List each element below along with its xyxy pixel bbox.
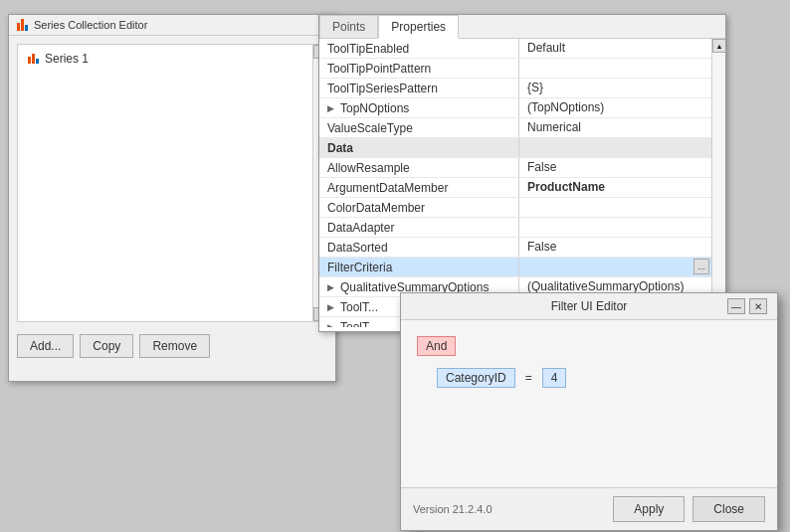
series-editor-title: Series Collection Editor <box>34 19 147 31</box>
series-item-label: Series 1 <box>45 52 89 66</box>
filter-dialog-close-btn[interactable]: ✕ <box>749 298 767 314</box>
filter-field[interactable]: CategoryID <box>437 368 515 388</box>
series-item-bar-icon <box>28 54 39 64</box>
prop-row-topn[interactable]: ▶ TopNOptions (TopNOptions) <box>319 98 711 118</box>
expand-arrow-toolt2: ▶ <box>327 322 334 328</box>
expand-arrow-qualitative: ▶ <box>327 282 334 292</box>
prop-row-valuescale[interactable]: ValueScaleType Numerical <box>319 118 711 138</box>
prop-section-data-value <box>518 138 711 157</box>
filter-dialog-footer: Version 21.2.4.0 Apply Close <box>401 487 777 530</box>
prop-value-filtercriteria: ... <box>518 258 711 276</box>
prop-name-allowresample: AllowResample <box>319 158 518 177</box>
prop-row-colordatamember[interactable]: ColorDataMember <box>319 198 711 218</box>
filter-dialog-titlebar: Filter UI Editor — ✕ <box>401 293 777 320</box>
prop-value-topn: (TopNOptions) <box>518 98 711 117</box>
tab-properties[interactable]: Properties <box>378 15 459 39</box>
filter-dialog-body: And CategoryID = 4 <box>401 320 777 404</box>
prop-name-valuescale: ValueScaleType <box>319 118 518 137</box>
series-list-panel: Series 1 ▲ ▼ <box>17 44 327 322</box>
prop-value-valuescale: Numerical <box>518 118 711 137</box>
add-button[interactable]: Add... <box>17 334 74 358</box>
remove-button[interactable]: Remove <box>139 334 210 358</box>
props-content: ToolTipEnabled Default ToolTipPointPatte… <box>319 39 711 327</box>
prop-name-dataadapter: DataAdapter <box>319 218 518 237</box>
filter-value[interactable]: 4 <box>542 368 567 388</box>
prop-row-filtercriteria[interactable]: FilterCriteria ... <box>319 258 711 277</box>
filter-dialog-title: Filter UI Editor <box>451 299 727 313</box>
prop-value-dataadapter <box>518 218 711 237</box>
series-list-content: Series 1 <box>18 45 312 321</box>
filter-operator: = <box>521 371 536 385</box>
bar-chart-icon <box>17 19 28 31</box>
series-editor-titlebar: Series Collection Editor <box>9 15 335 36</box>
prop-row-dataadapter[interactable]: DataAdapter <box>319 218 711 238</box>
prop-value-argdatamember: ProductName <box>518 178 711 197</box>
prop-name-topn: ▶ TopNOptions <box>319 98 518 117</box>
prop-section-data: Data <box>319 138 711 158</box>
prop-row-tooltip-series[interactable]: ToolTipSeriesPattern {S} <box>319 79 711 98</box>
version-text: Version 21.2.4.0 <box>413 503 493 515</box>
filter-dialog: Filter UI Editor — ✕ And CategoryID = 4 … <box>400 292 778 531</box>
prop-name-tooltip-enabled: ToolTipEnabled <box>319 39 518 58</box>
filter-dialog-controls: — ✕ <box>727 298 767 314</box>
prop-name-filtercriteria: FilterCriteria <box>319 258 518 276</box>
prop-row-tooltip-enabled[interactable]: ToolTipEnabled Default <box>319 39 711 59</box>
properties-window: Points Properties ToolTipEnabled Default… <box>318 14 726 332</box>
filter-condition: CategoryID = 4 <box>437 368 761 388</box>
expand-arrow-toolt1: ▶ <box>327 302 334 312</box>
prop-value-datasorted: False <box>518 238 711 257</box>
prop-value-tooltip-point <box>518 59 711 78</box>
prop-name-tooltip-point: ToolTipPointPattern <box>319 59 518 78</box>
series-item[interactable]: Series 1 <box>22 49 308 69</box>
tab-points[interactable]: Points <box>319 15 378 38</box>
prop-row-allowresample[interactable]: AllowResample False <box>319 158 711 178</box>
prop-name-colordatamember: ColorDataMember <box>319 198 518 217</box>
filter-and-badge[interactable]: And <box>417 336 456 356</box>
props-container: ToolTipEnabled Default ToolTipPointPatte… <box>319 39 725 327</box>
series-buttons-row: Add... Copy Remove <box>9 330 335 362</box>
apply-button[interactable]: Apply <box>613 496 685 522</box>
dialog-action-buttons: Apply Close <box>613 496 765 522</box>
filtercriteria-dots-button[interactable]: ... <box>693 259 709 274</box>
copy-button[interactable]: Copy <box>80 334 133 358</box>
prop-section-data-name: Data <box>319 138 518 157</box>
series-editor-window: Series Collection Editor Series 1 ▲ ▼ Ad… <box>8 14 336 382</box>
series-editor-title-icon <box>17 19 28 31</box>
prop-row-datasorted[interactable]: DataSorted False <box>319 238 711 258</box>
prop-name-argdatamember: ArgumentDataMember <box>319 178 518 197</box>
prop-value-colordatamember <box>518 198 711 217</box>
close-button[interactable]: Close <box>692 496 765 522</box>
props-scroll-up-btn[interactable]: ▲ <box>712 39 725 53</box>
prop-value-allowresample: False <box>518 158 711 177</box>
prop-row-tooltip-point[interactable]: ToolTipPointPattern <box>319 59 711 79</box>
prop-value-tooltip-enabled: Default <box>518 39 711 58</box>
prop-name-datasorted: DataSorted <box>319 238 518 257</box>
filter-dialog-minimize-btn[interactable]: — <box>727 298 745 314</box>
props-scrollbar: ▲ ▼ <box>711 39 725 327</box>
expand-arrow-topn: ▶ <box>327 103 334 113</box>
tabs-bar: Points Properties <box>319 15 725 39</box>
prop-name-tooltip-series: ToolTipSeriesPattern <box>319 79 518 97</box>
prop-row-argdatamember[interactable]: ArgumentDataMember ProductName <box>319 178 711 198</box>
prop-value-tooltip-series: {S} <box>518 79 711 97</box>
